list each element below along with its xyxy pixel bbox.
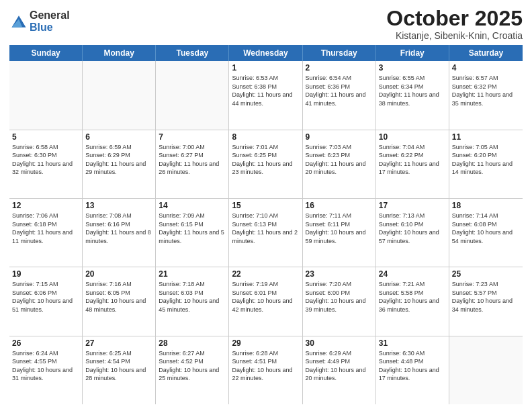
day-number: 30 [306,338,373,348]
cell-daylight-info: Sunrise: 7:23 AM Sunset: 5:57 PM Dayligh… [452,280,520,314]
month-title: October 2025 [386,7,523,30]
day-number: 11 [452,132,520,142]
day-number: 2 [306,63,373,73]
cell-daylight-info: Sunrise: 7:16 AM Sunset: 6:05 PM Dayligh… [85,280,152,314]
header-day-tuesday: Tuesday [156,45,229,61]
calendar-cell-3-3: 22Sunrise: 7:19 AM Sunset: 6:01 PM Dayli… [229,267,302,335]
day-number: 4 [452,63,520,73]
day-number: 28 [159,338,226,348]
day-number: 14 [159,201,226,210]
calendar-cell-2-0: 12Sunrise: 7:06 AM Sunset: 6:18 PM Dayli… [9,199,83,267]
day-number: 29 [232,338,299,348]
calendar-cell-0-4: 2Sunrise: 6:54 AM Sunset: 6:36 PM Daylig… [303,61,376,129]
calendar-cell-0-1 [83,61,156,129]
header: General Blue October 2025 Kistanje, Sibe… [9,7,523,41]
day-number: 17 [379,201,446,210]
cell-daylight-info: Sunrise: 7:10 AM Sunset: 6:13 PM Dayligh… [232,212,299,245]
calendar-cell-2-5: 17Sunrise: 7:13 AM Sunset: 6:10 PM Dayli… [376,199,449,267]
day-number: 22 [232,269,299,279]
calendar-body: 1Sunrise: 6:53 AM Sunset: 6:38 PM Daylig… [9,61,523,404]
calendar-cell-1-6: 11Sunrise: 7:05 AM Sunset: 6:20 PM Dayli… [449,130,523,198]
cell-daylight-info: Sunrise: 7:00 AM Sunset: 6:27 PM Dayligh… [159,143,226,177]
header-day-thursday: Thursday [303,45,376,61]
calendar-cell-1-3: 8Sunrise: 7:01 AM Sunset: 6:25 PM Daylig… [229,130,302,198]
day-number: 25 [452,269,520,279]
cell-daylight-info: Sunrise: 6:25 AM Sunset: 4:54 PM Dayligh… [85,349,152,383]
calendar-cell-1-1: 6Sunrise: 6:59 AM Sunset: 6:29 PM Daylig… [83,130,156,198]
cell-daylight-info: Sunrise: 6:27 AM Sunset: 4:52 PM Dayligh… [159,349,226,383]
day-number: 10 [379,132,446,142]
cell-daylight-info: Sunrise: 7:09 AM Sunset: 6:15 PM Dayligh… [159,212,226,245]
calendar-cell-4-0: 26Sunrise: 6:24 AM Sunset: 4:55 PM Dayli… [9,336,83,404]
calendar-cell-0-2 [156,61,229,129]
cell-daylight-info: Sunrise: 6:54 AM Sunset: 6:36 PM Dayligh… [306,74,373,107]
logo-blue-label: Blue [30,21,70,34]
header-day-sunday: Sunday [9,45,83,61]
day-number: 12 [12,201,79,210]
calendar-cell-2-3: 15Sunrise: 7:10 AM Sunset: 6:13 PM Dayli… [229,199,302,267]
cell-daylight-info: Sunrise: 6:59 AM Sunset: 6:29 PM Dayligh… [85,143,152,177]
calendar-cell-4-3: 29Sunrise: 6:28 AM Sunset: 4:51 PM Dayli… [229,336,302,404]
cell-daylight-info: Sunrise: 7:01 AM Sunset: 6:25 PM Dayligh… [232,143,299,177]
header-day-saturday: Saturday [449,45,523,61]
day-number: 16 [306,201,373,210]
calendar-cell-2-4: 16Sunrise: 7:11 AM Sunset: 6:11 PM Dayli… [303,199,376,267]
logo-icon [9,12,28,31]
page: General Blue October 2025 Kistanje, Sibe… [0,0,532,411]
header-day-wednesday: Wednesday [229,45,302,61]
calendar: SundayMondayTuesdayWednesdayThursdayFrid… [9,45,523,404]
day-number: 20 [85,269,152,279]
day-number: 8 [232,132,299,142]
day-number: 24 [379,269,446,279]
cell-daylight-info: Sunrise: 7:05 AM Sunset: 6:20 PM Dayligh… [452,143,520,177]
cell-daylight-info: Sunrise: 7:21 AM Sunset: 5:58 PM Dayligh… [379,280,446,314]
cell-daylight-info: Sunrise: 6:30 AM Sunset: 4:48 PM Dayligh… [379,349,446,383]
calendar-cell-4-4: 30Sunrise: 6:29 AM Sunset: 4:49 PM Dayli… [303,336,376,404]
cell-daylight-info: Sunrise: 7:13 AM Sunset: 6:10 PM Dayligh… [379,212,446,245]
calendar-cell-4-5: 31Sunrise: 6:30 AM Sunset: 4:48 PM Dayli… [376,336,449,404]
cell-daylight-info: Sunrise: 7:11 AM Sunset: 6:11 PM Dayligh… [306,212,373,245]
calendar-cell-1-4: 9Sunrise: 7:03 AM Sunset: 6:23 PM Daylig… [303,130,376,198]
day-number: 26 [12,338,79,348]
logo-text: General Blue [30,9,70,33]
cell-daylight-info: Sunrise: 6:24 AM Sunset: 4:55 PM Dayligh… [12,349,79,383]
calendar-cell-4-6 [449,336,523,404]
day-number: 27 [85,338,152,348]
day-number: 31 [379,338,446,348]
cell-daylight-info: Sunrise: 7:15 AM Sunset: 6:06 PM Dayligh… [12,280,79,314]
day-number: 9 [306,132,373,142]
calendar-header: SundayMondayTuesdayWednesdayThursdayFrid… [9,45,523,61]
cell-daylight-info: Sunrise: 7:06 AM Sunset: 6:18 PM Dayligh… [12,212,79,245]
day-number: 5 [12,132,79,142]
calendar-row-4: 26Sunrise: 6:24 AM Sunset: 4:55 PM Dayli… [9,336,523,404]
calendar-cell-0-5: 3Sunrise: 6:55 AM Sunset: 6:34 PM Daylig… [376,61,449,129]
cell-daylight-info: Sunrise: 6:55 AM Sunset: 6:34 PM Dayligh… [379,74,446,107]
day-number: 7 [159,132,226,142]
cell-daylight-info: Sunrise: 6:29 AM Sunset: 4:49 PM Dayligh… [306,349,373,383]
calendar-cell-4-1: 27Sunrise: 6:25 AM Sunset: 4:54 PM Dayli… [83,336,156,404]
cell-daylight-info: Sunrise: 7:19 AM Sunset: 6:01 PM Dayligh… [232,280,299,314]
day-number: 15 [232,201,299,210]
cell-daylight-info: Sunrise: 7:18 AM Sunset: 6:03 PM Dayligh… [159,280,226,314]
calendar-row-2: 12Sunrise: 7:06 AM Sunset: 6:18 PM Dayli… [9,199,523,267]
header-day-friday: Friday [376,45,449,61]
day-number: 1 [232,63,299,73]
calendar-row-1: 5Sunrise: 6:58 AM Sunset: 6:30 PM Daylig… [9,130,523,199]
header-day-monday: Monday [83,45,156,61]
cell-daylight-info: Sunrise: 6:28 AM Sunset: 4:51 PM Dayligh… [232,349,299,383]
cell-daylight-info: Sunrise: 7:04 AM Sunset: 6:22 PM Dayligh… [379,143,446,177]
day-number: 18 [452,201,520,210]
logo-general-label: General [30,9,70,21]
cell-daylight-info: Sunrise: 7:08 AM Sunset: 6:16 PM Dayligh… [85,212,152,245]
day-number: 3 [379,63,446,73]
calendar-cell-1-2: 7Sunrise: 7:00 AM Sunset: 6:27 PM Daylig… [156,130,229,198]
calendar-cell-2-1: 13Sunrise: 7:08 AM Sunset: 6:16 PM Dayli… [83,199,156,267]
calendar-cell-0-0 [9,61,83,129]
calendar-cell-2-2: 14Sunrise: 7:09 AM Sunset: 6:15 PM Dayli… [156,199,229,267]
calendar-cell-3-6: 25Sunrise: 7:23 AM Sunset: 5:57 PM Dayli… [449,267,523,335]
cell-daylight-info: Sunrise: 7:20 AM Sunset: 6:00 PM Dayligh… [306,280,373,314]
calendar-cell-3-4: 23Sunrise: 7:20 AM Sunset: 6:00 PM Dayli… [303,267,376,335]
day-number: 23 [306,269,373,279]
calendar-cell-1-5: 10Sunrise: 7:04 AM Sunset: 6:22 PM Dayli… [376,130,449,198]
calendar-cell-2-6: 18Sunrise: 7:14 AM Sunset: 6:08 PM Dayli… [449,199,523,267]
